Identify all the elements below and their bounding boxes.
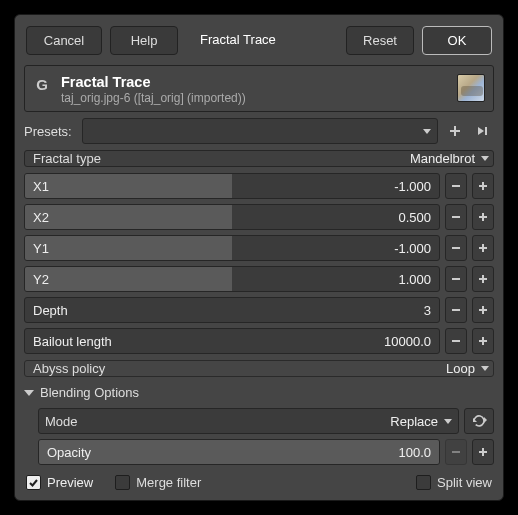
chevron-down-icon bbox=[481, 366, 489, 371]
svg-rect-9 bbox=[479, 247, 487, 249]
x2-row: X2 0.500 bbox=[24, 204, 494, 230]
opacity-slider[interactable]: Opacity 100.0 bbox=[38, 439, 440, 465]
preview-label[interactable]: Preview bbox=[47, 475, 93, 490]
y1-value: -1.000 bbox=[394, 236, 431, 260]
dialog: Cancel Help Fractal Trace Reset OK G Fra… bbox=[14, 14, 504, 501]
filter-name: Fractal Trace bbox=[61, 74, 447, 90]
y1-row: Y1 -1.000 bbox=[24, 235, 494, 261]
y2-slider[interactable]: Y2 1.000 bbox=[24, 266, 440, 292]
blending-options-label: Blending Options bbox=[40, 385, 139, 400]
preview-thumbnail[interactable] bbox=[457, 74, 485, 102]
svg-rect-21 bbox=[479, 451, 487, 453]
abyss-policy-select[interactable]: Abyss policy Loop bbox=[24, 360, 494, 377]
merge-filter-label[interactable]: Merge filter bbox=[136, 475, 201, 490]
x2-value: 0.500 bbox=[398, 205, 431, 229]
y1-label: Y1 bbox=[33, 236, 49, 260]
split-view-checkbox[interactable] bbox=[416, 475, 431, 490]
svg-rect-12 bbox=[479, 278, 487, 280]
opacity-increment-button[interactable] bbox=[472, 439, 494, 465]
svg-rect-15 bbox=[479, 309, 487, 311]
svg-rect-0 bbox=[485, 127, 487, 135]
x2-label: X2 bbox=[33, 205, 49, 229]
split-view-label[interactable]: Split view bbox=[437, 475, 492, 490]
svg-rect-10 bbox=[452, 278, 460, 280]
x1-decrement-button[interactable] bbox=[445, 173, 467, 199]
cancel-button[interactable]: Cancel bbox=[26, 26, 102, 55]
merge-filter-checkbox[interactable] bbox=[115, 475, 130, 490]
depth-value: 3 bbox=[424, 298, 431, 322]
opacity-decrement-button[interactable] bbox=[445, 439, 467, 465]
mode-value: Replace bbox=[390, 414, 438, 429]
y2-label: Y2 bbox=[33, 267, 49, 291]
chevron-down-icon bbox=[423, 129, 431, 134]
x1-increment-button[interactable] bbox=[472, 173, 494, 199]
opacity-label: Opacity bbox=[47, 440, 91, 464]
button-row: Cancel Help Fractal Trace Reset OK bbox=[24, 24, 494, 59]
fractal-type-label: Fractal type bbox=[33, 151, 410, 166]
depth-decrement-button[interactable] bbox=[445, 297, 467, 323]
help-button[interactable]: Help bbox=[110, 26, 178, 55]
depth-label: Depth bbox=[33, 298, 68, 322]
preset-menu-button[interactable] bbox=[472, 119, 494, 143]
bailout-slider[interactable]: Bailout length 10000.0 bbox=[24, 328, 440, 354]
dialog-title: Fractal Trace bbox=[186, 26, 290, 55]
footer: Preview Merge filter Split view bbox=[24, 471, 494, 492]
bailout-increment-button[interactable] bbox=[472, 328, 494, 354]
svg-rect-6 bbox=[479, 216, 487, 218]
svg-rect-13 bbox=[452, 309, 460, 311]
bailout-label: Bailout length bbox=[33, 329, 112, 353]
y2-value: 1.000 bbox=[398, 267, 431, 291]
svg-rect-1 bbox=[452, 185, 460, 187]
chevron-down-icon bbox=[444, 419, 452, 424]
y2-decrement-button[interactable] bbox=[445, 266, 467, 292]
y2-row: Y2 1.000 bbox=[24, 266, 494, 292]
y1-increment-button[interactable] bbox=[472, 235, 494, 261]
x1-value: -1.000 bbox=[394, 174, 431, 198]
add-preset-button[interactable] bbox=[444, 119, 466, 143]
depth-increment-button[interactable] bbox=[472, 297, 494, 323]
mode-reset-button[interactable] bbox=[464, 408, 494, 434]
target-image-label: taj_orig.jpg-6 ([taj_orig] (imported)) bbox=[61, 91, 447, 105]
svg-rect-16 bbox=[452, 340, 460, 342]
bailout-row: Bailout length 10000.0 bbox=[24, 328, 494, 354]
depth-row: Depth 3 bbox=[24, 297, 494, 323]
gegl-icon: G bbox=[33, 75, 51, 93]
x2-increment-button[interactable] bbox=[472, 204, 494, 230]
ok-button[interactable]: OK bbox=[422, 26, 492, 55]
preview-checkbox[interactable] bbox=[26, 475, 41, 490]
fractal-type-select[interactable]: Fractal type Mandelbrot bbox=[24, 150, 494, 167]
blending-options-expander[interactable]: Blending Options bbox=[24, 383, 494, 402]
abyss-policy-label: Abyss policy bbox=[33, 361, 446, 376]
svg-rect-19 bbox=[452, 451, 460, 453]
x2-decrement-button[interactable] bbox=[445, 204, 467, 230]
fractal-type-value: Mandelbrot bbox=[410, 151, 475, 166]
presets-row: Presets: bbox=[24, 118, 494, 144]
mode-label: Mode bbox=[45, 414, 390, 429]
presets-label: Presets: bbox=[24, 124, 76, 139]
y2-increment-button[interactable] bbox=[472, 266, 494, 292]
svg-rect-4 bbox=[452, 216, 460, 218]
bailout-value: 10000.0 bbox=[384, 329, 431, 353]
x1-slider[interactable]: X1 -1.000 bbox=[24, 173, 440, 199]
x2-slider[interactable]: X2 0.500 bbox=[24, 204, 440, 230]
abyss-policy-value: Loop bbox=[446, 361, 475, 376]
y1-decrement-button[interactable] bbox=[445, 235, 467, 261]
reset-button[interactable]: Reset bbox=[346, 26, 414, 55]
svg-rect-3 bbox=[479, 185, 487, 187]
svg-rect-7 bbox=[452, 247, 460, 249]
opacity-value: 100.0 bbox=[398, 440, 431, 464]
opacity-row: Opacity 100.0 bbox=[38, 439, 494, 465]
depth-slider[interactable]: Depth 3 bbox=[24, 297, 440, 323]
x1-row: X1 -1.000 bbox=[24, 173, 494, 199]
chevron-down-icon bbox=[24, 390, 34, 396]
presets-dropdown[interactable] bbox=[82, 118, 438, 144]
bailout-decrement-button[interactable] bbox=[445, 328, 467, 354]
header: G Fractal Trace taj_orig.jpg-6 ([taj_ori… bbox=[24, 65, 494, 112]
chevron-down-icon bbox=[481, 156, 489, 161]
svg-rect-18 bbox=[479, 340, 487, 342]
y1-slider[interactable]: Y1 -1.000 bbox=[24, 235, 440, 261]
mode-row: Mode Replace bbox=[38, 408, 494, 434]
mode-select[interactable]: Mode Replace bbox=[38, 408, 459, 434]
params-section: X1 -1.000 X2 0.500 Y1 -1.000 bbox=[24, 173, 494, 354]
blending-options-content: Mode Replace Opacity 100.0 bbox=[24, 408, 494, 465]
